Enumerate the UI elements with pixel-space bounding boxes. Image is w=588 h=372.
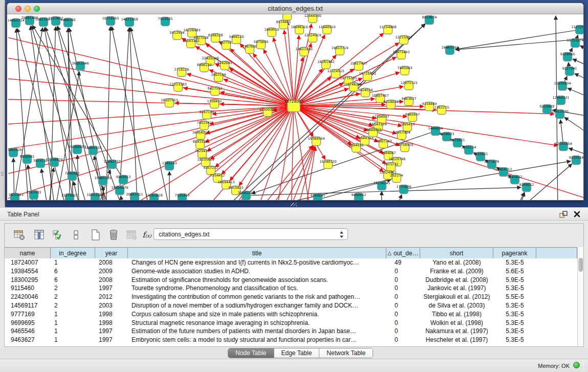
cell-filler[interactable] <box>536 327 577 336</box>
cell-pagerank[interactable]: 5.3E-5 <box>493 310 536 319</box>
cell-name[interactable]: 22420046 <box>5 293 51 301</box>
network-node[interactable]: 18235614 <box>197 158 214 167</box>
black-edge[interactable] <box>455 30 580 49</box>
cell-out_de…[interactable]: 0 <box>386 284 420 293</box>
cell-short[interactable]: Franke et al. (2009) <box>420 267 493 276</box>
cell-short[interactable]: Dudbridge et al. (2008) <box>420 276 493 285</box>
black-edge[interactable] <box>130 28 195 200</box>
show-column-icon[interactable] <box>33 229 46 241</box>
cell-out_de…[interactable]: 49 <box>386 258 420 267</box>
table-vertical-scrollbar[interactable] <box>577 247 583 346</box>
black-edge[interactable] <box>379 191 382 200</box>
cell-title[interactable]: Embryonic stem cells: a model to study s… <box>128 336 386 344</box>
cell-title[interactable]: Investigating the contribution of common… <box>128 293 386 301</box>
network-node[interactable]: 12042737 <box>103 160 120 169</box>
network-node[interactable]: 1669910 <box>265 28 279 37</box>
network-node[interactable]: 19715493 <box>359 72 376 81</box>
table-row[interactable]: 946554611997Estimation of the future num… <box>5 327 577 336</box>
cell-short[interactable]: Stergiakouli et al. (2012) <box>420 293 493 301</box>
cell-pagerank[interactable]: 5.6E-5 <box>493 267 536 276</box>
network-node[interactable]: 9235514 <box>569 156 583 165</box>
cell-short[interactable]: Hescheler et al. (1997) <box>420 336 493 344</box>
black-edge[interactable] <box>575 74 583 93</box>
column-header-out_de…[interactable]: △out_de… <box>386 248 420 258</box>
network-node[interactable]: 9463627 <box>402 97 417 106</box>
red-edge[interactable] <box>294 57 303 106</box>
table-row[interactable]: 969969511998Structural magnetic resonanc… <box>5 319 577 327</box>
table-row[interactable]: 1830029562008Estimation of significance … <box>5 276 577 285</box>
network-node[interactable]: 10905135 <box>84 146 101 155</box>
cell-filler[interactable] <box>536 301 577 310</box>
cell-out_de…[interactable]: 0 <box>386 267 420 276</box>
black-edge[interactable] <box>580 46 583 64</box>
black-edge[interactable] <box>103 27 111 200</box>
cell-in_degree[interactable]: 2 <box>51 301 95 310</box>
cell-out_de…[interactable]: 0 <box>386 336 420 344</box>
cell-title[interactable]: Changes of HCN gene expression and I(f) … <box>128 258 386 267</box>
network-canvas[interactable]: 1872400759129541822608398275088186328982… <box>8 14 583 200</box>
cell-filler[interactable] <box>536 319 577 327</box>
cell-title[interactable]: Structural magnetic resonance image aver… <box>128 319 386 327</box>
network-node[interactable]: 2718126 <box>175 68 189 77</box>
cell-pagerank[interactable]: 5.3E-5 <box>493 284 536 293</box>
cell-in_degree[interactable]: 1 <box>51 258 95 267</box>
network-node[interactable]: 2191933 <box>27 190 41 200</box>
float-panel-icon[interactable] <box>559 210 568 218</box>
column-header-name[interactable]: name <box>5 248 51 258</box>
red-edge[interactable] <box>239 106 294 186</box>
black-edge[interactable] <box>77 155 82 200</box>
cell-filler[interactable] <box>536 336 577 344</box>
network-node[interactable]: 12213383 <box>169 82 186 92</box>
column-header-pagerank[interactable]: pagerank <box>493 248 536 258</box>
cell-title[interactable]: Disruption of a novel member of a sodium… <box>128 301 386 310</box>
tab-edge-table[interactable]: Edge Table <box>274 348 320 358</box>
network-node[interactable]: 8965957 <box>405 113 420 122</box>
cell-out_de…[interactable]: 0 <box>386 310 420 319</box>
table-row[interactable]: 2242004622012Investigating the contribut… <box>5 293 577 301</box>
black-edge[interactable] <box>464 192 525 200</box>
cell-filler[interactable] <box>536 310 577 319</box>
cell-short[interactable]: Yano et al. (2008) <box>420 258 493 267</box>
cell-year[interactable]: 2008 <box>95 276 128 285</box>
red-edge[interactable] <box>8 47 294 106</box>
cell-short[interactable]: Nakamura et al. (1997) <box>420 327 493 336</box>
network-node[interactable]: 6216023 <box>384 100 399 109</box>
cell-title[interactable]: Corpus callosum shape and size in male p… <box>128 310 386 319</box>
network-node[interactable]: 11172530 <box>571 25 583 34</box>
network-node[interactable]: 11154808 <box>379 25 396 34</box>
cell-filler[interactable] <box>536 258 577 267</box>
cell-year[interactable]: 1997 <box>95 327 128 336</box>
memory-ok-indicator-icon[interactable] <box>573 362 580 368</box>
cell-in_degree[interactable]: 1 <box>51 327 95 336</box>
cell-filler[interactable] <box>536 284 577 293</box>
network-node[interactable]: 12103554 <box>555 142 572 151</box>
cell-filler[interactable] <box>536 293 577 301</box>
column-header-year[interactable]: year <box>95 248 128 258</box>
network-node[interactable]: 10617427 <box>350 61 367 71</box>
cell-name[interactable]: 9777169 <box>5 310 51 319</box>
collapsed-panel-strip[interactable] <box>0 0 5 207</box>
column-header-in_degree[interactable]: in_degree <box>51 248 95 258</box>
network-node[interactable]: 6466160 <box>61 18 76 27</box>
network-node[interactable]: 14671358 <box>121 17 138 27</box>
cell-year[interactable]: 2008 <box>95 258 128 267</box>
network-node[interactable]: 15248120 <box>319 160 336 169</box>
column-header-title[interactable]: title <box>128 248 386 258</box>
cell-name[interactable]: 9699695 <box>5 319 51 327</box>
network-node[interactable]: 9450912 <box>352 193 366 200</box>
cell-in_degree[interactable]: 1 <box>51 319 95 327</box>
network-node[interactable]: 19384554 <box>308 137 324 146</box>
cell-year[interactable]: 2009 <box>95 267 128 276</box>
red-edge[interactable] <box>222 106 294 174</box>
cell-title[interactable]: Genome-wide association studies in ADHD. <box>128 267 386 276</box>
table-row[interactable]: 911546021997Tourette syndrome. Phenomeno… <box>5 284 577 293</box>
red-edge[interactable] <box>294 106 583 200</box>
network-node[interactable]: 10719155 <box>102 16 119 26</box>
cell-pagerank[interactable]: 5.3E-5 <box>493 327 536 336</box>
cell-title[interactable]: Estimation of the future numbers of pati… <box>128 327 386 336</box>
column-header-short[interactable]: short <box>420 248 493 258</box>
cell-name[interactable]: 18724007 <box>5 258 51 267</box>
cell-filler[interactable] <box>536 276 577 285</box>
cell-name[interactable]: 18300295 <box>5 276 51 285</box>
network-node[interactable]: 9129965 <box>560 52 575 61</box>
